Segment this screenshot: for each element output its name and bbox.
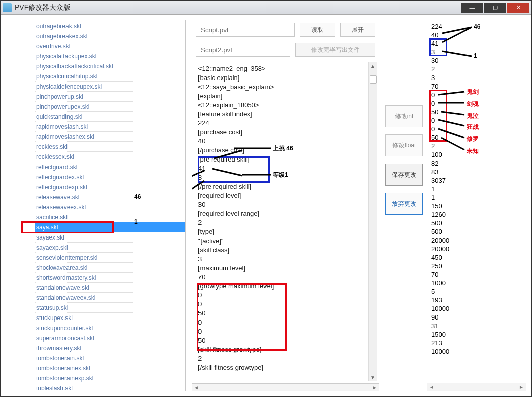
value-row[interactable]: 70 <box>431 82 522 91</box>
file-item[interactable]: outragebreakex.skl <box>35 31 185 41</box>
file-item[interactable]: sayaexp.skl <box>35 243 185 253</box>
script1-input[interactable] <box>196 23 295 37</box>
value-row[interactable]: 3 <box>431 73 522 82</box>
file-item[interactable]: releasewave.skl <box>35 192 185 202</box>
mod-int-button[interactable]: 修改int <box>385 105 423 127</box>
value-row[interactable]: 0 <box>431 91 522 99</box>
file-item[interactable]: reflectguardexp.skl <box>35 182 185 192</box>
value-row[interactable]: 224 <box>431 22 522 31</box>
write-button[interactable]: 修改完毕写出文件 <box>295 43 375 57</box>
value-row[interactable]: 1500 <box>431 330 522 339</box>
app-icon <box>3 3 12 12</box>
value-row[interactable]: 50 <box>431 108 522 116</box>
value-row[interactable]: 0 <box>431 116 522 125</box>
value-row[interactable]: 1 <box>431 185 522 193</box>
file-item[interactable]: quickstanding.skl <box>35 112 185 122</box>
value-row[interactable]: 50 <box>431 133 522 142</box>
value-row[interactable]: 1260 <box>431 210 522 219</box>
maximize-button[interactable]: ▢ <box>484 3 506 13</box>
editor-scrollbar[interactable]: ▲ ▼ <box>368 62 377 381</box>
value-row[interactable]: 41 <box>431 39 522 48</box>
file-item[interactable]: physicaldefenceupex.skl <box>35 82 185 92</box>
script2-input[interactable] <box>196 43 290 57</box>
value-row[interactable]: 31 <box>431 322 522 330</box>
file-item[interactable]: senseviolenttemper.skl <box>35 253 185 263</box>
value-row[interactable]: 30 <box>431 56 522 65</box>
file-item[interactable]: reflectguardex.skl <box>35 172 185 182</box>
value-row[interactable]: 150 <box>431 202 522 210</box>
save-changes-button[interactable]: 保存更改 <box>385 164 423 186</box>
file-item[interactable]: standalonewave.skl <box>35 283 185 293</box>
value-row[interactable]: 500 <box>431 219 522 227</box>
file-item[interactable]: tombstonerainexp.skl <box>35 373 185 383</box>
file-item[interactable]: shortswordmastery.skl <box>35 273 185 283</box>
file-item[interactable]: throwmastery.skl <box>35 343 185 353</box>
file-item[interactable]: pinchpowerup.skl <box>35 92 185 102</box>
value-row[interactable]: 10000 <box>431 304 522 313</box>
mod-float-button[interactable]: 修改float <box>385 134 423 156</box>
value-row[interactable]: 10000 <box>431 347 522 356</box>
value-row[interactable]: 0 <box>431 125 522 133</box>
value-row[interactable]: 20000 <box>431 245 522 253</box>
value-row[interactable]: 500 <box>431 227 522 236</box>
file-item[interactable]: saya.skl <box>35 222 185 232</box>
file-item[interactable]: recklessex.skl <box>35 152 185 162</box>
value-row[interactable]: 20000 <box>431 236 522 245</box>
toolbar-row-2: 修改完毕写出文件 <box>192 40 379 60</box>
file-item[interactable]: rapidmoveslash.skl <box>35 122 185 132</box>
file-item[interactable]: statusup.skl <box>35 303 185 313</box>
close-button[interactable]: ✕ <box>507 3 529 13</box>
value-row[interactable]: 83 <box>431 168 522 176</box>
file-item[interactable]: rapidmoveslashex.skl <box>35 132 185 142</box>
file-tree-panel: outragebreak.skloutragebreakex.skloverdr… <box>6 20 186 391</box>
code-editor[interactable]: <12::name2_eng_358> [basic explain] <12:… <box>194 62 368 381</box>
file-item[interactable]: releasewaveex.skl <box>35 202 185 212</box>
value-row[interactable]: 450 <box>431 253 522 262</box>
file-item[interactable]: superarmoroncast.skl <box>35 333 185 343</box>
right-hscroll[interactable]: ◄► <box>427 383 526 391</box>
editor-hscroll[interactable]: ◄► <box>192 383 379 391</box>
expand-button[interactable]: 展开 <box>340 23 375 37</box>
file-item[interactable]: tombstonerainex.skl <box>35 363 185 373</box>
minimize-button[interactable]: — <box>461 3 483 13</box>
value-row[interactable]: 3 <box>431 48 522 56</box>
value-row[interactable]: 5 <box>431 287 522 296</box>
value-list[interactable]: 2244041330237000500050210082833037111501… <box>427 20 526 383</box>
file-item[interactable]: overdrive.skl <box>35 41 185 51</box>
titlebar: PVF修改器大众版 — ▢ ✕ <box>1 1 531 15</box>
value-row[interactable]: 90 <box>431 313 522 322</box>
value-row[interactable]: 40 <box>431 31 522 39</box>
file-item[interactable]: outragebreak.skl <box>35 21 185 31</box>
file-item[interactable]: sayaex.skl <box>35 232 185 243</box>
file-item[interactable]: pinchpowerupex.skl <box>35 102 185 112</box>
file-item[interactable]: physicalattackupex.skl <box>35 51 185 61</box>
value-row[interactable]: 1 <box>431 193 522 202</box>
file-item[interactable]: shockwavearea.skl <box>35 263 185 273</box>
file-item[interactable]: stuckupex.skl <box>35 313 185 323</box>
file-item[interactable]: tripleslash.skl <box>35 383 185 390</box>
file-item[interactable]: physicalcriticalhitup.skl <box>35 71 185 82</box>
value-row[interactable]: 3037 <box>431 176 522 185</box>
value-row[interactable]: 250 <box>431 262 522 270</box>
value-row[interactable]: 1000 <box>431 279 522 287</box>
value-row[interactable]: 82 <box>431 159 522 168</box>
file-list[interactable]: outragebreak.skloutragebreakex.skloverdr… <box>6 21 185 390</box>
file-item[interactable]: sacrifice.skl <box>35 212 185 222</box>
file-item[interactable]: physicalbackattackcritical.skl <box>35 61 185 71</box>
value-row[interactable]: 70 <box>431 270 522 279</box>
file-item[interactable]: reflectguard.skl <box>35 162 185 172</box>
right-section: 修改int 修改float 保存更改 放弃更改 2244041330237000… <box>385 20 526 391</box>
value-row[interactable]: 2 <box>431 65 522 73</box>
file-item[interactable]: standalonewaveex.skl <box>35 293 185 303</box>
read-button[interactable]: 读取 <box>300 23 335 37</box>
value-row[interactable]: 193 <box>431 296 522 304</box>
value-row[interactable]: 0 <box>431 99 522 108</box>
value-row[interactable]: 2 <box>431 142 522 150</box>
file-item[interactable]: tombstonerain.skl <box>35 353 185 363</box>
file-item[interactable]: reckless.skl <box>35 142 185 152</box>
discard-changes-button[interactable]: 放弃更改 <box>385 193 423 215</box>
file-item[interactable]: stuckuponcounter.skl <box>35 323 185 333</box>
window-title: PVF修改器大众版 <box>15 3 461 12</box>
value-row[interactable]: 100 <box>431 150 522 159</box>
value-row[interactable]: 213 <box>431 339 522 347</box>
